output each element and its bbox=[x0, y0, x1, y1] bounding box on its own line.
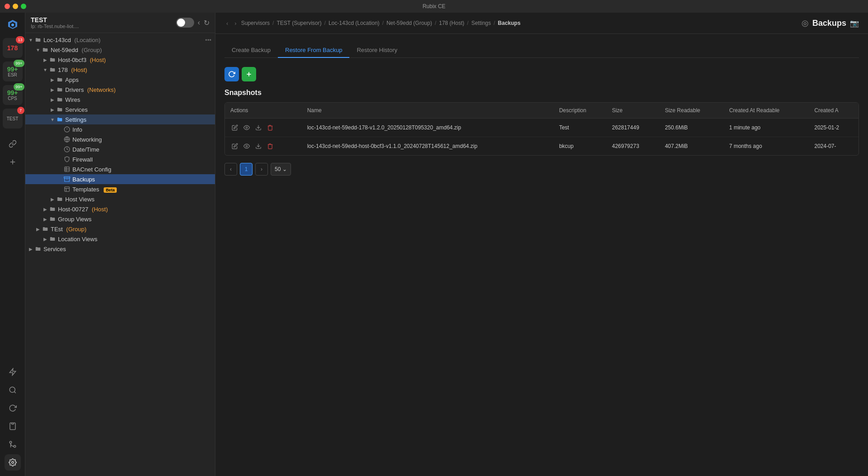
next-page-btn[interactable]: › bbox=[255, 163, 268, 176]
search-icon-btn[interactable] bbox=[5, 382, 21, 398]
clipboard-icon-btn[interactable] bbox=[5, 418, 21, 434]
lightning-icon-btn[interactable] bbox=[5, 364, 21, 380]
tree-item-host-views[interactable]: ▶ Host Views bbox=[25, 194, 215, 204]
row2-preview-icon[interactable] bbox=[242, 142, 251, 151]
tree-refresh-btn[interactable]: ↻ bbox=[204, 19, 210, 27]
breadcrumb-sep-6: / bbox=[494, 20, 495, 26]
maximize-button[interactable] bbox=[21, 4, 26, 9]
refresh-action-btn[interactable] bbox=[224, 67, 239, 81]
forward-btn[interactable]: › bbox=[233, 19, 238, 28]
expand-arrow-apps[interactable]: ▶ bbox=[49, 76, 56, 83]
row1-created-readable: 1 minute ago bbox=[724, 119, 809, 137]
tree-item-apps[interactable]: ▶ Apps bbox=[25, 75, 215, 85]
badge-test-label: TEST bbox=[7, 116, 19, 121]
row2-size-readable: 407.2MiB bbox=[659, 137, 724, 156]
expand-arrow-drivers[interactable]: ▶ bbox=[49, 86, 56, 93]
tree-label-services-top: Services bbox=[43, 246, 66, 252]
expand-arrow-location-views[interactable]: ▶ bbox=[42, 235, 49, 243]
page-size-select[interactable]: 50 ⌄ bbox=[271, 163, 291, 176]
tab-bar: Create Backup Restore From Backup Restor… bbox=[224, 43, 859, 58]
tree-toggle[interactable] bbox=[176, 18, 194, 28]
tab-restore-from-backup[interactable]: Restore From Backup bbox=[278, 43, 349, 58]
git-icon-btn[interactable] bbox=[5, 436, 21, 452]
breadcrumb-sep-1: / bbox=[272, 20, 274, 26]
expand-arrow-host0bcf3[interactable]: ▶ bbox=[42, 56, 49, 63]
tree-item-backups[interactable]: ▶ Backups bbox=[25, 174, 215, 184]
expand-arrow-services-top[interactable]: ▶ bbox=[27, 245, 34, 252]
row1-edit-icon[interactable] bbox=[230, 123, 239, 132]
tree-item-networking[interactable]: ▶ Networking bbox=[25, 134, 215, 144]
expand-arrow-178[interactable]: ▼ bbox=[42, 66, 49, 73]
expand-arrow-settings[interactable]: ▼ bbox=[49, 116, 56, 123]
tree-item-drivers[interactable]: ▶ Drivers (Networks) bbox=[25, 85, 215, 95]
camera-icon[interactable]: 📷 bbox=[850, 19, 859, 28]
tree-item-wires[interactable]: ▶ Wires bbox=[25, 95, 215, 105]
breadcrumb-loc-143cd[interactable]: Loc-143cd (Location) bbox=[329, 20, 380, 26]
tree-item-host-00727[interactable]: ▶ Host-00727 (Host) bbox=[25, 204, 215, 214]
row1-preview-icon[interactable] bbox=[242, 123, 251, 132]
badge-178[interactable]: 13 178 bbox=[3, 38, 23, 58]
expand-arrow-host-views[interactable]: ▶ bbox=[49, 195, 56, 203]
row2-created-readable: 7 months ago bbox=[724, 137, 809, 156]
tree-item-net-59edd[interactable]: ▼ Net-59edd (Group) bbox=[25, 45, 215, 55]
svg-point-0 bbox=[11, 24, 14, 26]
expand-arrow-group-views[interactable]: ▶ bbox=[42, 215, 49, 223]
expand-arrow-loc[interactable]: ▼ bbox=[27, 36, 34, 43]
breadcrumb-178-host[interactable]: 178 (Host) bbox=[439, 20, 464, 26]
back-btn[interactable]: ‹ bbox=[224, 19, 230, 28]
tree-item-firewall[interactable]: ▶ Firewall bbox=[25, 154, 215, 164]
row2-created-at: 2024-07- bbox=[809, 137, 858, 156]
tree-label-net-59edd: Net-59edd (Group) bbox=[51, 47, 102, 53]
badge-esr[interactable]: 99+ 99+ ESR bbox=[3, 62, 23, 81]
row2-download-icon[interactable] bbox=[254, 142, 263, 151]
minimize-button[interactable] bbox=[13, 4, 18, 9]
tree-item-datetime[interactable]: ▶ Date/Time bbox=[25, 144, 215, 154]
tree-item-location-views[interactable]: ▶ Location Views bbox=[25, 234, 215, 244]
tree-item-loc-143cd[interactable]: ▼ Loc-143cd (Location) ••• bbox=[25, 35, 215, 45]
expand-arrow-host00727[interactable]: ▶ bbox=[42, 205, 49, 213]
tree-item-settings[interactable]: ▼ Settings bbox=[25, 114, 215, 124]
row2-edit-icon[interactable] bbox=[230, 142, 239, 151]
refresh-icon-btn[interactable] bbox=[5, 400, 21, 416]
tab-restore-history[interactable]: Restore History bbox=[349, 43, 405, 58]
badge-cps-label: CPS bbox=[8, 96, 17, 101]
collapse-btn[interactable]: ‹ bbox=[198, 19, 200, 27]
link-icon-btn[interactable] bbox=[5, 136, 21, 152]
tree-item-templates[interactable]: ▶ Templates Beta bbox=[25, 184, 215, 194]
add-icon-btn[interactable] bbox=[5, 154, 21, 170]
badge-cps[interactable]: 99+ 99+ CPS bbox=[3, 85, 23, 105]
close-button[interactable] bbox=[5, 4, 10, 9]
tree-item-info[interactable]: ▶ Info bbox=[25, 124, 215, 134]
tree-item-group-views[interactable]: ▶ Group Views bbox=[25, 214, 215, 224]
breadcrumb-test-supervisor[interactable]: TEST (Supervisor) bbox=[277, 20, 321, 26]
expand-arrow-services-178[interactable]: ▶ bbox=[49, 106, 56, 113]
row1-delete-icon[interactable] bbox=[266, 123, 275, 132]
folder-icon-wires bbox=[56, 96, 63, 103]
page-1-btn[interactable]: 1 bbox=[240, 163, 253, 176]
settings-icon-btn[interactable] bbox=[5, 454, 21, 471]
prev-page-btn[interactable]: ‹ bbox=[224, 163, 237, 176]
tree-item-178-host[interactable]: ▼ 178 (Host) bbox=[25, 65, 215, 75]
tree-item-services-178[interactable]: ▶ Services bbox=[25, 105, 215, 114]
tree-item-test-group[interactable]: ▶ TEst (Group) bbox=[25, 224, 215, 234]
tab-create-backup[interactable]: Create Backup bbox=[224, 43, 278, 58]
expand-arrow-test-group[interactable]: ▶ bbox=[34, 225, 42, 233]
tree-item-bacnet[interactable]: ▶ BACnet Config bbox=[25, 164, 215, 174]
folder-icon-host00727 bbox=[49, 205, 56, 213]
expand-arrow-net[interactable]: ▼ bbox=[34, 46, 42, 53]
row2-delete-icon[interactable] bbox=[266, 142, 275, 151]
app-logo[interactable] bbox=[5, 16, 21, 33]
badge-test[interactable]: 7 TEST bbox=[3, 109, 23, 129]
tree-options-loc[interactable]: ••• bbox=[205, 37, 211, 43]
tree-item-services-top[interactable]: ▶ Services bbox=[25, 244, 215, 254]
tree-item-host-0bcf3[interactable]: ▶ Host-0bcf3 (Host) bbox=[25, 55, 215, 65]
add-action-btn[interactable] bbox=[242, 67, 256, 81]
breadcrumb-supervisors[interactable]: Supervisors bbox=[241, 20, 270, 26]
table-body: loc-143cd-net-59edd-178-v1.2.0_20250128T… bbox=[225, 119, 858, 156]
folder-icon-services bbox=[56, 106, 63, 113]
row1-download-icon[interactable] bbox=[254, 123, 263, 132]
expand-arrow-wires[interactable]: ▶ bbox=[49, 96, 56, 103]
breadcrumb-net-59edd[interactable]: Net-59edd (Group) bbox=[386, 20, 432, 26]
app-body: 13 178 99+ 99+ ESR 99+ 99+ CPS bbox=[0, 13, 868, 476]
breadcrumb-settings[interactable]: Settings bbox=[471, 20, 491, 26]
